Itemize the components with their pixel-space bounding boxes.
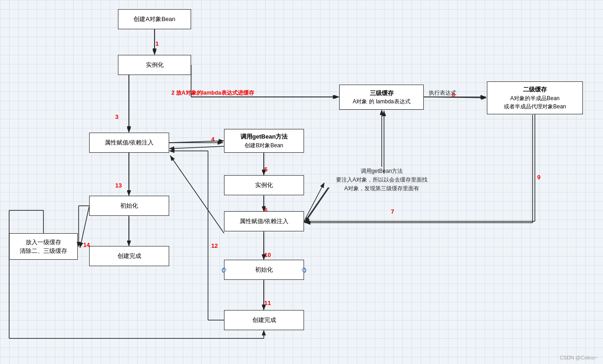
box-init-b: 初始化 [224, 260, 304, 280]
box-level3-cache-sub: A对象 的 lambda表达式 [352, 97, 410, 106]
diagram-container: 1 2 放A对象的lambda表达式进缓存 3 4 5 6 7 8 9 10 1… [0, 0, 603, 364]
box-level3-cache-label: 三级缓存 [370, 89, 394, 98]
box-create-complete-b-label: 创建完成 [252, 316, 276, 325]
box-level2-cache-sub: A对象的半成品Bean或者半成品代理对象Bean [504, 94, 566, 111]
box-instantiate-a-label: 实例化 [146, 60, 164, 70]
box-level3-cache: 三级缓存 A对象 的 lambda表达式 [339, 85, 424, 110]
box-create-complete-a: 创建完成 [89, 246, 169, 266]
step-9: 9 [537, 174, 540, 181]
box-call-getbean-b: 调用getBean方法 创建B对象Bean [224, 129, 304, 153]
svg-line-16 [170, 155, 224, 233]
step-10: 10 [264, 252, 271, 258]
box-create-complete-a-label: 创建完成 [117, 252, 141, 261]
execute-expression-label: 执行表达式 [429, 89, 456, 97]
box-level1-cache: 放入一级缓存清除二、三级缓存 [9, 233, 78, 260]
box-property-b-label: 属性赋值/依赖注入 [240, 217, 289, 226]
box-init-b-label: 初始化 [255, 265, 273, 274]
box-instantiate-b-label: 实例化 [255, 181, 273, 190]
box-call-getbean-b-sub: 创建B对象Bean [245, 141, 283, 150]
step-1: 1 [155, 40, 159, 47]
step-5: 5 [264, 166, 267, 173]
step-7: 7 [391, 208, 394, 215]
box-init-a: 初始化 [89, 196, 169, 216]
box-property-a-label: 属性赋值/依赖注入 [105, 138, 154, 147]
box-property-a: 属性赋值/依赖注入 [89, 133, 169, 153]
box-call-getbean-b-label: 调用getBean方法 [240, 132, 288, 141]
box-level2-cache: 二级缓存 A对象的半成品Bean或者半成品代理对象Bean [487, 81, 583, 114]
box-create-a-bean-label: 创建A对象Bean [133, 15, 175, 24]
step-2: 2 放A对象的lambda表达式进缓存 [171, 89, 254, 97]
step-13: 13 [115, 182, 122, 189]
box-level2-cache-label: 二级缓存 [523, 85, 547, 94]
box-instantiate-b: 实例化 [224, 175, 304, 195]
call-getbean-a-label: 调用getBean方法 要注入A对象，所以以会去缓存里面找 A对象，发现第三级缓… [325, 167, 439, 193]
box-create-a-bean: 创建A对象Bean [118, 9, 191, 29]
step-11: 11 [264, 300, 271, 306]
watermark: CSDN @Colins~ [560, 355, 598, 360]
box-level1-cache-label: 放入一级缓存清除二、三级缓存 [20, 238, 67, 256]
step-4: 4 [211, 136, 214, 143]
box-init-a-label: 初始化 [120, 201, 138, 210]
step-12: 12 [211, 242, 218, 249]
box-instantiate-a: 实例化 [118, 55, 191, 75]
box-property-b: 属性赋值/依赖注入 [224, 211, 304, 231]
step-3: 3 [115, 113, 118, 120]
box-create-complete-b: 创建完成 [224, 310, 304, 330]
